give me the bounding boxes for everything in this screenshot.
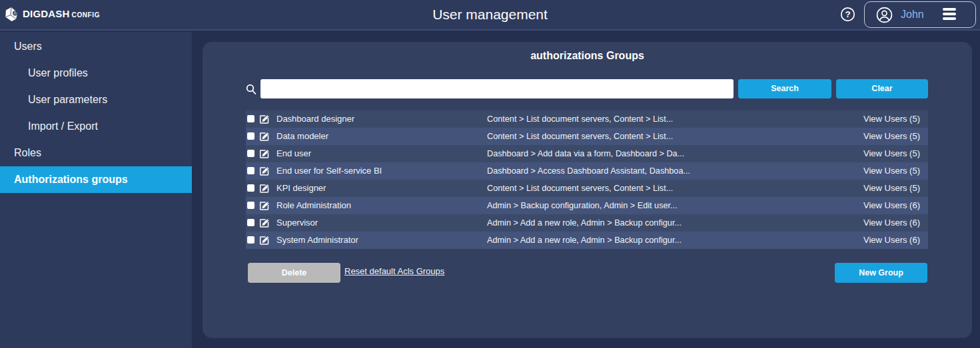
svg-text:?: ? bbox=[845, 9, 850, 19]
